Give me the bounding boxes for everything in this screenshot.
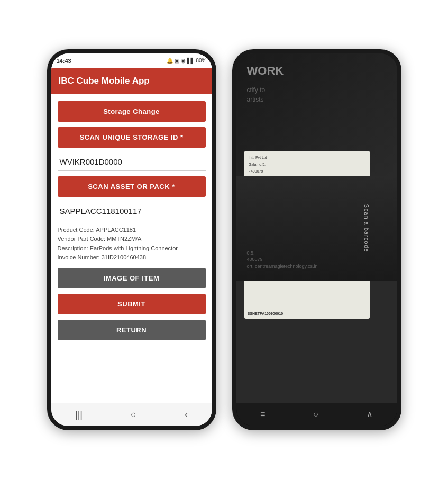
nav-back-icon[interactable]: ‹ [185,409,188,420]
barcode-text: SSHETPA100900010 [248,312,284,315]
cam-top-text: WORK [247,64,284,78]
nav-home-icon-right[interactable]: ○ [313,410,318,419]
storage-value: WVIKR001D0000 [58,153,206,171]
nav-recent-icon[interactable]: ||| [75,409,83,420]
bottom-line3: ort. centreamagietechnology.cs.in [247,263,318,270]
return-button[interactable]: RETURN [58,320,206,340]
status-bar: 14:43 🔔 ▣ ◉ ▌▌ 80% [51,53,212,68]
nav-menu-icon[interactable]: ≡ [260,410,265,419]
cam-doc-line1: Intl. Pvt Ltd [249,155,365,160]
product-code: Product Code: APPLACC1181 [58,225,206,235]
nav-home-icon[interactable]: ○ [131,409,136,420]
camera-background: WORK ctify to artists Intl. Pvt Ltd Gala… [236,53,397,403]
scan-label: Scan a barcode [363,204,370,252]
bottom-line1: 0.5, [247,250,318,257]
status-icons: 🔔 ▣ ◉ ▌▌ 80% [167,58,206,64]
cam-bottom-text: 0.5, 400079 ort. centreamagietechnology.… [247,250,318,270]
scan-asset-button[interactable]: SCAN ASSET OR PACK * [58,176,206,197]
content-area: Storage Change SCAN UNIQUE STORAGE ID * … [51,94,212,403]
submit-button[interactable]: SUBMIT [58,294,206,314]
vendor-code: Vendor Part Code: MMTN2ZM/A [58,234,206,244]
bottom-line2: 400079 [247,256,318,263]
status-time: 14:43 [57,58,71,64]
nav-up-icon[interactable]: ∧ [367,409,373,419]
cam-subtext-line2: artists [247,95,266,104]
storage-change-button[interactable]: Storage Change [58,101,206,122]
battery-icon: 🔔 ▣ ◉ ▌▌ 80% [167,58,206,64]
invoice-number: Invoice Number: 31ID2100460438 [58,253,206,263]
left-phone-screen: 14:43 🔔 ▣ ◉ ▌▌ 80% IBC Cube Mobile App S… [51,53,212,426]
description: Description: EarPods with Lightning Conn… [58,244,206,254]
app-bar-title: IBC Cube Mobile App [59,76,205,86]
left-phone: 14:43 🔔 ▣ ◉ ▌▌ 80% IBC Cube Mobile App S… [47,49,216,430]
cam-subtext-line1: ctify to [247,85,266,95]
right-phone: WORK ctify to artists Intl. Pvt Ltd Gala… [232,49,401,430]
image-of-item-button[interactable]: IMAGE OF ITEM [58,268,206,288]
bottom-nav-left: ||| ○ ‹ [51,403,212,426]
right-phone-screen: WORK ctify to artists Intl. Pvt Ltd Gala… [236,53,397,426]
camera-view: WORK ctify to artists Intl. Pvt Ltd Gala… [236,53,397,403]
scan-storage-button[interactable]: SCAN UNIQUE STORAGE ID * [58,127,206,148]
cam-top-subtext: ctify to artists [247,85,266,104]
product-info: Product Code: APPLACC1181 Vendor Part Co… [58,225,206,263]
cam-doc-line2: Gala no.5, [249,162,365,167]
cam-doc-line3: - 400079 [249,169,365,174]
bottom-nav-right: ≡ ○ ∧ [236,403,397,426]
asset-value: SAPPLACC118100117 [58,202,206,220]
camera-bottom: 0.5, 400079 ort. centreamagietechnology.… [236,176,397,281]
app-bar: IBC Cube Mobile App [51,68,212,94]
